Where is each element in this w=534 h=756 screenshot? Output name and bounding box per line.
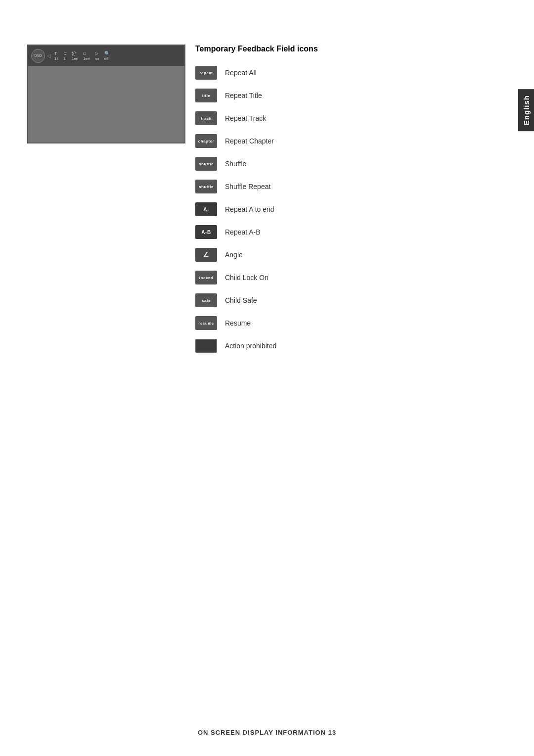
repeat-all-icon: repeat: [195, 66, 217, 80]
repeat-track-label: Repeat Track: [225, 114, 266, 122]
list-item-repeat-ab: A-B Repeat A-B: [195, 223, 492, 241]
list-item-action-prohibited: Action prohibited: [195, 336, 492, 355]
main-content: Temporary Feedback Field icons repeat Re…: [195, 45, 492, 359]
action-prohibited-label: Action prohibited: [225, 342, 276, 350]
shuffle-label: Shuffle: [225, 160, 246, 168]
list-item-child-lock: locked Child Lock On: [195, 268, 492, 287]
dvd-field-sub: □1en: [82, 51, 91, 61]
list-item-repeat-a-end: A- Repeat A to end: [195, 200, 492, 219]
resume-label: Resume: [225, 319, 251, 327]
dvd-screen: [28, 66, 184, 142]
prohibited-icon: [195, 339, 217, 353]
shuffle-icon: shuffle: [195, 157, 217, 171]
list-item-angle: ∠ Angle: [195, 245, 492, 264]
dvd-separator: ◁: [47, 53, 51, 58]
list-item-shuffle: shuffle Shuffle: [195, 154, 492, 173]
dvd-logo: DVD: [31, 49, 45, 63]
english-tab: English: [518, 89, 534, 131]
repeat-ab-icon: A-B: [195, 225, 217, 239]
angle-label: Angle: [225, 251, 243, 259]
icon-list: repeat Repeat All title Repeat Title tra…: [195, 63, 492, 355]
repeat-a-end-label: Repeat A to end: [225, 205, 274, 213]
repeat-title-label: Repeat Title: [225, 92, 262, 99]
list-item-child-safe: safe Child Safe: [195, 291, 492, 310]
repeat-chapter-label: Repeat Chapter: [225, 137, 274, 145]
dvd-field-prog: ▷no: [93, 51, 101, 61]
repeat-ab-label: Repeat A-B: [225, 228, 261, 236]
dvd-field-c: C1: [62, 51, 68, 61]
dvd-field-t: T1↕: [53, 51, 60, 61]
track-icon: track: [195, 111, 217, 125]
dvd-field-zoom: 🔍off: [103, 51, 111, 61]
child-lock-label: Child Lock On: [225, 274, 268, 282]
section-title: Temporary Feedback Field icons: [195, 45, 492, 53]
angle-icon: ∠: [195, 248, 217, 262]
locked-icon: locked: [195, 271, 217, 284]
resume-icon: resume: [195, 316, 217, 330]
list-item-repeat-track: track Repeat Track: [195, 109, 492, 128]
dvd-field-audio: ((ᵉ1en: [70, 51, 80, 61]
repeat-a-end-icon: A-: [195, 202, 217, 216]
dvd-toolbar: DVD ◁ T1↕ C1 ((ᵉ1en □1en ▷no 🔍off: [28, 46, 184, 66]
list-item-repeat-all: repeat Repeat All: [195, 63, 492, 82]
child-safe-label: Child Safe: [225, 296, 257, 304]
safe-icon: safe: [195, 293, 217, 307]
title-icon: title: [195, 89, 217, 102]
list-item-resume: resume Resume: [195, 314, 492, 332]
footer: ON SCREEN DISPLAY INFORMATION 13: [0, 729, 534, 736]
list-item-repeat-chapter: chapter Repeat Chapter: [195, 132, 492, 150]
list-item-shuffle-repeat: shuffle Shuffle Repeat: [195, 177, 492, 196]
chapter-icon: chapter: [195, 134, 217, 148]
list-item-repeat-title: title Repeat Title: [195, 86, 492, 105]
shuffle-repeat-icon: shuffle: [195, 180, 217, 193]
shuffle-repeat-label: Shuffle Repeat: [225, 183, 270, 190]
dvd-screenshot: DVD ◁ T1↕ C1 ((ᵉ1en □1en ▷no 🔍off: [27, 45, 185, 143]
footer-text: ON SCREEN DISPLAY INFORMATION 13: [198, 729, 336, 736]
repeat-all-label: Repeat All: [225, 69, 257, 77]
